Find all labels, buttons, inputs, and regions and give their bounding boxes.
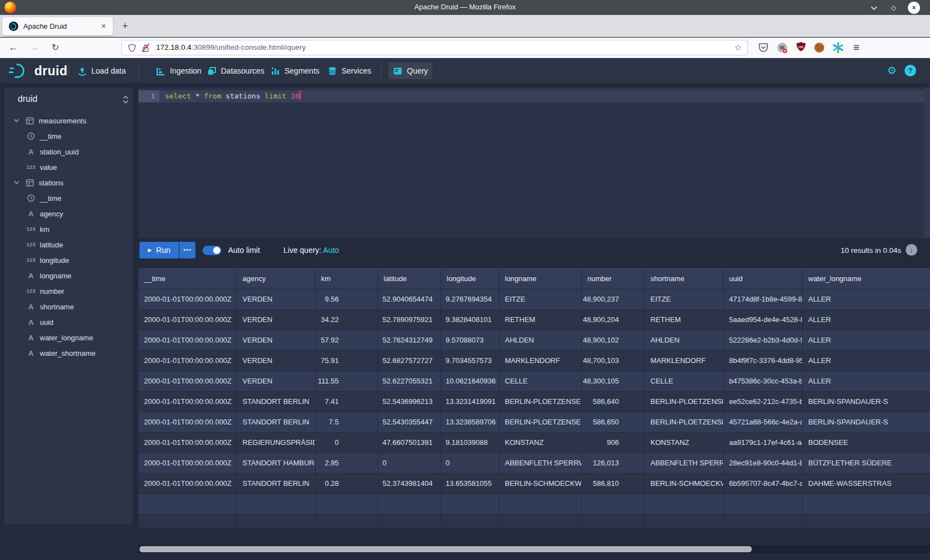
table-cell[interactable]: 586,640 — [582, 392, 645, 412]
table-cell[interactable]: 2000-01-01T00:00:00.000Z — [138, 330, 237, 351]
bookmark-star-icon[interactable]: ☆ — [735, 43, 742, 53]
table-cell[interactable]: KONSTANZ — [645, 433, 724, 453]
chevron-down-icon[interactable] — [13, 117, 21, 124]
table-cell[interactable]: 13.653581055 — [441, 474, 499, 494]
nav-item-ingestion[interactable]: Ingestion — [152, 63, 206, 79]
table-cell[interactable]: 7.5 — [316, 412, 378, 433]
table-cell[interactable]: 2000-01-01T00:00:00.000Z — [138, 371, 237, 392]
table-cell[interactable]: AHLDEN — [499, 330, 582, 351]
nav-item-segments[interactable]: Segments — [266, 63, 324, 79]
table-cell[interactable]: 48,700,103 — [582, 351, 645, 371]
table-cell[interactable]: STANDORT BERLIN — [237, 474, 316, 494]
column-header-agency[interactable]: agency — [237, 269, 316, 289]
table-cell[interactable]: 8b4f9f7c-3376-4dd8-95c — [724, 351, 803, 371]
sidebar-item-measurements[interactable]: measurements — [4, 113, 133, 128]
table-cell[interactable]: VERDEN — [237, 330, 316, 351]
live-query[interactable]: Live query: Auto — [283, 246, 339, 255]
more-options-button[interactable]: ••• — [179, 242, 195, 258]
table-cell[interactable]: 52.6827572727 — [378, 351, 441, 371]
ublock-origin-icon[interactable]: UO — [794, 40, 808, 55]
sidebar-item-water_shortname[interactable]: Awater_shortname — [4, 345, 133, 361]
table-cell[interactable]: VERDEN — [237, 371, 316, 392]
table-cell[interactable]: 522286e2-b2b3-4d0d-9a — [724, 330, 803, 351]
table-cell[interactable]: 906 — [582, 433, 645, 453]
table-cell[interactable]: 13.3238589706 — [441, 412, 499, 433]
column-header-longitude[interactable]: longitude — [441, 269, 499, 289]
table-cell[interactable]: BERLIN-PLOETZENSEE U — [499, 412, 582, 433]
table-cell[interactable]: KONSTANZ — [499, 433, 582, 453]
table-cell[interactable]: BERLIN-PLOETZENSEE C — [499, 392, 582, 412]
table-cell[interactable]: VERDEN — [237, 289, 316, 310]
window-restore-icon[interactable]: ◇ — [887, 2, 900, 14]
table-cell[interactable]: BERLIN-SPANDAUER-S — [803, 412, 930, 433]
table-cell[interactable]: b475386c-30cc-453a-b3 — [724, 371, 803, 392]
tab-close-icon[interactable]: × — [99, 22, 108, 32]
forward-button[interactable]: → — [27, 40, 42, 55]
pocket-icon[interactable] — [756, 40, 771, 55]
table-cell[interactable]: BERLIN-SCHMOECKWITZ — [645, 474, 724, 494]
table-cell[interactable]: 48,900,102 — [582, 330, 645, 351]
column-header-water_longname[interactable]: water_longname — [803, 269, 930, 289]
nav-item-query[interactable]: Query — [389, 63, 432, 79]
table-cell[interactable]: MARKLENDORF — [645, 351, 724, 371]
table-cell[interactable]: 9.56 — [316, 289, 378, 310]
sidebar-item-value[interactable]: 123value — [4, 159, 133, 175]
table-cell[interactable]: 45721a68-566c-4e2a-a6 — [724, 412, 803, 433]
table-cell[interactable]: 48,900,237 — [582, 289, 645, 310]
live-query-value[interactable]: Auto — [323, 246, 339, 255]
nav-item-datasources[interactable]: Datasources — [203, 63, 269, 79]
table-cell[interactable]: 2000-01-01T00:00:00.000Z — [138, 474, 237, 494]
table-cell[interactable]: 28ec91e8-90c0-44d1-8f0 — [724, 453, 803, 474]
table-cell[interactable]: 48,300,105 — [582, 371, 645, 392]
table-cell[interactable]: 10.0621640936 — [441, 371, 499, 392]
table-cell[interactable]: 13.3231419091 — [441, 392, 499, 412]
horizontal-scrollbar-track[interactable] — [138, 545, 930, 553]
back-button[interactable]: ← — [6, 40, 21, 55]
table-cell[interactable]: 47.6607501391 — [378, 433, 441, 453]
asterisk-extension-icon[interactable] — [831, 40, 845, 55]
nav-item-load-data[interactable]: Load data — [73, 63, 130, 79]
sidebar-item-station_uuid[interactable]: Astation_uuid — [4, 144, 133, 159]
hamburger-menu-icon[interactable]: ≡ — [849, 40, 864, 55]
table-cell[interactable]: 5aaed954-de4e-4528-8f — [724, 310, 803, 330]
auto-limit-toggle[interactable] — [203, 246, 221, 255]
table-cell[interactable]: BERLIN-SCHMOECKWITZ — [499, 474, 582, 494]
table-cell[interactable]: 2.95 — [316, 453, 378, 474]
shield-icon[interactable] — [128, 44, 136, 53]
url-bar[interactable]: 172.18.0.4:30899/unified-console.html#qu… — [121, 40, 748, 55]
table-cell[interactable]: 2000-01-01T00:00:00.000Z — [138, 310, 237, 330]
table-cell[interactable]: 2000-01-01T00:00:00.000Z — [138, 289, 237, 310]
cookie-icon[interactable] — [812, 40, 826, 55]
column-header-latitude[interactable]: latitude — [378, 269, 441, 289]
table-cell[interactable]: ALLER — [803, 351, 930, 371]
run-button[interactable]: ▶ Run — [140, 242, 179, 258]
sql-code-line[interactable]: select * from stations limit 10 — [165, 90, 301, 102]
sort-double-caret-icon[interactable] — [122, 95, 129, 104]
sidebar-item-number[interactable]: 123number — [4, 283, 133, 299]
sidebar-item-shortname[interactable]: Ashortname — [4, 299, 133, 314]
window-close-icon[interactable]: × — [908, 2, 920, 14]
tab-apache-druid[interactable]: Apache Druid × — [2, 17, 113, 35]
table-cell[interactable]: 2000-01-01T00:00:00.000Z — [138, 351, 237, 371]
table-cell[interactable]: aa9179c1-17ef-4c61-a48 — [724, 433, 803, 453]
lock-disabled-icon[interactable] — [142, 44, 149, 53]
table-cell[interactable]: BÜTZFLETHER SÜDERE — [803, 453, 930, 474]
table-cell[interactable]: STANDORT BERLIN — [237, 412, 316, 433]
window-minimize-icon[interactable] — [868, 2, 880, 14]
table-cell[interactable]: 2000-01-01T00:00:00.000Z — [138, 453, 237, 474]
sidebar-item-stations[interactable]: stations — [4, 175, 133, 190]
table-cell[interactable]: EITZE — [645, 289, 724, 310]
table-cell[interactable]: 9.57088073 — [441, 330, 499, 351]
table-cell[interactable]: 52.5430355447 — [378, 412, 441, 433]
table-cell[interactable]: 586,650 — [582, 412, 645, 433]
column-header-uuid[interactable]: uuid — [724, 269, 803, 289]
table-cell[interactable]: 0 — [378, 453, 441, 474]
table-cell[interactable]: 9.2767694354 — [441, 289, 499, 310]
sidebar-item-water_longname[interactable]: Awater_longname — [4, 330, 133, 345]
reload-button[interactable]: ↻ — [48, 40, 63, 55]
table-cell[interactable]: CELLE — [645, 371, 724, 392]
table-cell[interactable]: RETHEM — [499, 310, 582, 330]
table-cell[interactable]: 52.5436996213 — [378, 392, 441, 412]
table-cell[interactable]: VERDEN — [237, 351, 316, 371]
table-cell[interactable]: 9.3828408101 — [441, 310, 499, 330]
